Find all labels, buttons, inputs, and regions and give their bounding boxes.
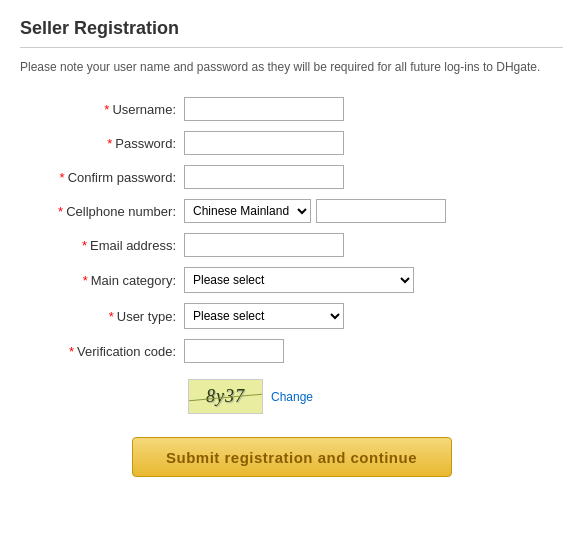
submit-button[interactable]: Submit registration and continue: [132, 437, 452, 477]
main-category-label: *Main category:: [20, 262, 180, 298]
required-star: *: [69, 344, 74, 359]
required-star: *: [60, 170, 65, 185]
required-star: *: [104, 102, 109, 117]
required-star: *: [109, 309, 114, 324]
email-label: *Email address:: [20, 228, 180, 262]
registration-form: *Username: *Password: *Confirm password:: [20, 92, 563, 419]
user-type-label: *User type:: [20, 298, 180, 334]
captcha-image: 8y37: [188, 379, 263, 414]
main-category-input-cell: Please select: [180, 262, 563, 298]
confirm-password-input[interactable]: [184, 165, 344, 189]
captcha-text: 8y37: [206, 386, 245, 407]
main-category-row: *Main category: Please select: [20, 262, 563, 298]
main-category-select[interactable]: Please select: [184, 267, 414, 293]
cellphone-label: *Cellphone number:: [20, 194, 180, 228]
verification-code-input[interactable]: [184, 339, 284, 363]
cellphone-row: *Cellphone number: Chinese Mainland Unit…: [20, 194, 563, 228]
page-container: Seller Registration Please note your use…: [0, 0, 583, 497]
verification-label: *Verification code:: [20, 334, 180, 368]
section-divider: [20, 47, 563, 48]
notice-text: Please note your user name and password …: [20, 60, 563, 74]
username-row: *Username:: [20, 92, 563, 126]
user-type-input-cell: Please select: [180, 298, 563, 334]
user-type-select[interactable]: Please select: [184, 303, 344, 329]
verification-input-cell: [180, 334, 563, 368]
password-input[interactable]: [184, 131, 344, 155]
captcha-change-link[interactable]: Change: [271, 390, 313, 404]
password-row: *Password:: [20, 126, 563, 160]
required-star: *: [82, 238, 87, 253]
cellphone-input-cell: Chinese Mainland United States United Ki…: [180, 194, 563, 228]
captcha-row: 8y37 Change: [20, 368, 563, 419]
email-input[interactable]: [184, 233, 344, 257]
username-input-cell: [180, 92, 563, 126]
password-input-cell: [180, 126, 563, 160]
required-star: *: [83, 273, 88, 288]
required-star: *: [107, 136, 112, 151]
required-star: *: [58, 204, 63, 219]
password-label: *Password:: [20, 126, 180, 160]
phone-group: Chinese Mainland United States United Ki…: [184, 199, 559, 223]
confirm-password-label: *Confirm password:: [20, 160, 180, 194]
captcha-area: 8y37 Change: [188, 379, 559, 414]
username-label: *Username:: [20, 92, 180, 126]
email-row: *Email address:: [20, 228, 563, 262]
page-title: Seller Registration: [20, 18, 563, 39]
phone-number-input[interactable]: [316, 199, 446, 223]
confirm-password-input-cell: [180, 160, 563, 194]
username-input[interactable]: [184, 97, 344, 121]
verification-row: *Verification code:: [20, 334, 563, 368]
confirm-password-row: *Confirm password:: [20, 160, 563, 194]
country-select[interactable]: Chinese Mainland United States United Ki…: [184, 199, 311, 223]
user-type-row: *User type: Please select: [20, 298, 563, 334]
email-input-cell: [180, 228, 563, 262]
